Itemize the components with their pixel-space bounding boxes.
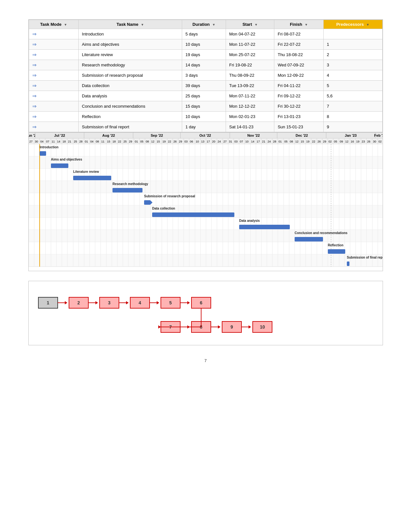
svg-text:02: 02 xyxy=(378,140,382,143)
gantt-table-container: Task Mode ▼ Task Name ▼ Duration ▼ Start… xyxy=(28,19,383,133)
task-mode-icon: ⇒ xyxy=(32,31,36,37)
col-header-predecessors[interactable]: Predecessors ▼ xyxy=(323,20,382,29)
start-cell: Fri 19-08-22 xyxy=(226,60,274,70)
task-name-cell: Submission of research proposal xyxy=(79,70,182,81)
svg-text:12: 12 xyxy=(345,140,348,143)
svg-text:25: 25 xyxy=(74,140,77,143)
svg-text:05: 05 xyxy=(284,140,288,143)
svg-text:Aims and objectives: Aims and objectives xyxy=(51,158,82,161)
svg-text:10: 10 xyxy=(196,140,199,143)
svg-text:18: 18 xyxy=(63,140,66,143)
svg-text:02: 02 xyxy=(328,140,332,143)
svg-marker-289 xyxy=(249,325,251,329)
svg-text:26: 26 xyxy=(367,140,370,143)
duration-cell: 10 days xyxy=(182,39,226,50)
duration-cell: 5 days xyxy=(182,29,226,39)
svg-text:08: 08 xyxy=(96,140,99,143)
svg-text:Introduction: Introduction xyxy=(40,145,58,149)
svg-text:Oct '22: Oct '22 xyxy=(199,133,211,137)
table-row: ⇒ Aims and objectives 10 days Mon 11-07-… xyxy=(29,39,382,50)
col-header-task-mode[interactable]: Task Mode ▼ xyxy=(29,20,79,29)
finish-cell: Fri 30-12-22 xyxy=(274,101,323,112)
svg-text:15: 15 xyxy=(157,140,160,143)
finish-cell: Sun 15-01-23 xyxy=(274,122,323,132)
svg-rect-249 xyxy=(239,225,290,229)
svg-text:31: 31 xyxy=(229,140,232,143)
table-row: ⇒ Submission of research proposal 3 days… xyxy=(29,70,382,81)
svg-text:03: 03 xyxy=(184,140,188,143)
svg-text:17: 17 xyxy=(257,140,260,143)
finish-cell: Fri 04-11-22 xyxy=(274,81,323,91)
svg-text:29: 29 xyxy=(129,140,132,143)
svg-text:Sep '22: Sep '22 xyxy=(151,133,163,137)
svg-text:20: 20 xyxy=(212,140,215,143)
task-mode-icon: ⇒ xyxy=(32,72,36,78)
col-header-duration[interactable]: Duration ▼ xyxy=(182,20,226,29)
duration-cell: 15 days xyxy=(182,101,226,112)
finish-cell: Thu 18-08-22 xyxy=(274,50,323,60)
svg-text:Data analysis: Data analysis xyxy=(239,219,260,222)
svg-text:18: 18 xyxy=(113,140,116,143)
task-mode-icon: ⇒ xyxy=(32,124,36,130)
finish-cell: Fri 22-07-22 xyxy=(274,39,323,50)
finish-cell: Fri 13-01-23 xyxy=(274,112,323,122)
col-label-task-name: Task Name xyxy=(117,22,139,27)
duration-cell: 1 day xyxy=(182,122,226,132)
predecessors-cell: 3 xyxy=(323,60,382,70)
svg-rect-242 xyxy=(113,188,142,192)
svg-rect-240 xyxy=(73,176,111,180)
col-header-start[interactable]: Start ▼ xyxy=(226,20,274,29)
filter-icon-start: ▼ xyxy=(254,23,258,26)
task-name-cell: Data analysis xyxy=(79,91,182,101)
table-row: ⇒ Data analysis 25 days Mon 07-11-22 Fri… xyxy=(29,91,382,101)
svg-text:24: 24 xyxy=(218,140,221,143)
start-cell: Mon 25-07-22 xyxy=(226,50,274,60)
task-mode-icon: ⇒ xyxy=(32,62,36,68)
svg-text:2: 2 xyxy=(77,300,80,305)
svg-text:9: 9 xyxy=(230,324,233,330)
svg-text:28: 28 xyxy=(79,140,83,143)
svg-marker-267 xyxy=(126,301,129,304)
start-cell: Mon 07-11-22 xyxy=(226,91,274,101)
svg-marker-259 xyxy=(65,301,67,304)
finish-cell: Fri 09-12-22 xyxy=(274,91,323,101)
task-mode-cell: ⇒ xyxy=(29,39,79,50)
svg-text:22: 22 xyxy=(118,140,121,143)
col-header-task-name[interactable]: Task Name ▼ xyxy=(79,20,182,29)
duration-cell: 10 days xyxy=(182,112,226,122)
duration-cell: 14 days xyxy=(182,60,226,70)
svg-text:01: 01 xyxy=(85,140,88,143)
svg-rect-238 xyxy=(51,163,68,168)
start-cell: Mon 04-07-22 xyxy=(226,29,274,39)
predecessors-cell: 1 xyxy=(323,39,382,50)
svg-text:14: 14 xyxy=(251,140,254,143)
col-header-finish[interactable]: Finish ▼ xyxy=(274,20,323,29)
task-name-cell: Introduction xyxy=(79,29,182,39)
duration-cell: 3 days xyxy=(182,70,226,81)
table-row: ⇒ Data collection 39 days Tue 13-09-22 F… xyxy=(29,81,382,91)
table-row: ⇒ Literature review 19 days Mon 25-07-22… xyxy=(29,50,382,60)
svg-text:24: 24 xyxy=(268,140,271,143)
table-row: ⇒ Submission of final report 1 day Sat 1… xyxy=(29,122,382,132)
svg-text:30: 30 xyxy=(35,140,38,143)
svg-text:13: 13 xyxy=(201,140,204,143)
svg-text:29: 29 xyxy=(179,140,182,143)
table-row: ⇒ Reflection 10 days Mon 02-01-23 Fri 13… xyxy=(29,112,382,122)
svg-marker-263 xyxy=(95,301,98,304)
filter-icon-duration: ▼ xyxy=(212,23,215,26)
task-name-cell: Research methodology xyxy=(79,60,182,70)
svg-text:Data collection: Data collection xyxy=(152,207,175,210)
svg-text:27: 27 xyxy=(223,140,227,143)
svg-text:5: 5 xyxy=(169,300,172,305)
svg-text:17: 17 xyxy=(207,140,210,143)
svg-text:16: 16 xyxy=(351,140,354,143)
svg-text:30: 30 xyxy=(373,140,376,143)
task-mode-cell: ⇒ xyxy=(29,122,79,132)
table-row: ⇒ Research methodology 14 days Fri 19-08… xyxy=(29,60,382,70)
svg-text:Submission of final report: Submission of final report xyxy=(347,256,383,259)
task-mode-icon: ⇒ xyxy=(32,41,36,47)
svg-text:21: 21 xyxy=(262,140,265,143)
start-cell: Mon 11-07-22 xyxy=(226,39,274,50)
svg-rect-255 xyxy=(347,261,349,266)
network-diagram: 12345678910 xyxy=(28,281,383,345)
